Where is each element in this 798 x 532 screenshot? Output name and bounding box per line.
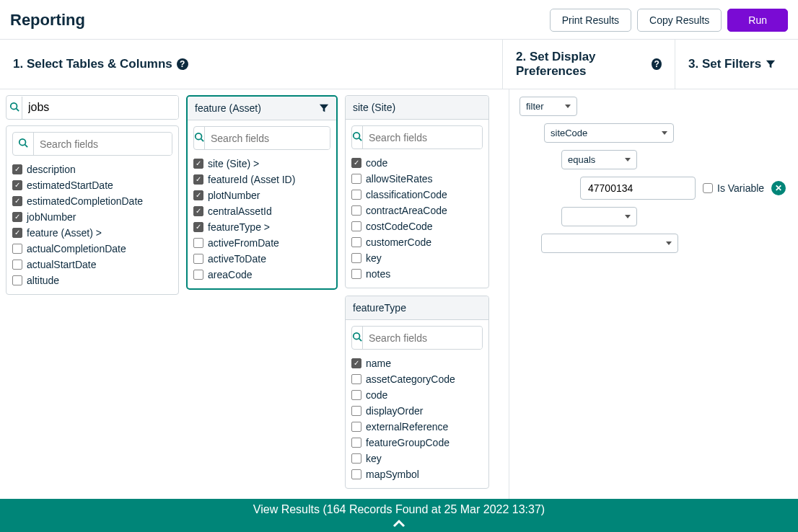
- field-row[interactable]: key: [351, 250, 483, 266]
- checkbox[interactable]: [351, 406, 361, 416]
- checkbox[interactable]: [351, 469, 361, 479]
- checkbox[interactable]: [351, 237, 361, 247]
- filter-empty-select-2[interactable]: [541, 234, 678, 253]
- checkbox[interactable]: [193, 254, 203, 264]
- checkbox[interactable]: [193, 238, 203, 248]
- chevron-up-icon[interactable]: [0, 518, 798, 531]
- field-row[interactable]: featureId (Asset ID): [193, 172, 330, 187]
- checkbox[interactable]: [351, 374, 361, 384]
- field-label: mapSymbol: [366, 469, 419, 480]
- checkbox[interactable]: [12, 164, 22, 174]
- svg-point-8: [354, 333, 360, 340]
- print-results-button[interactable]: Print Results: [550, 9, 631, 32]
- filter-field-select[interactable]: siteCode: [544, 123, 674, 143]
- run-button[interactable]: Run: [727, 9, 788, 32]
- step-set-filters[interactable]: 3. Set Filters: [675, 40, 798, 89]
- field-row[interactable]: contractAreaCode: [351, 203, 483, 218]
- checkbox[interactable]: [193, 190, 203, 200]
- jobs-search-input[interactable]: [22, 96, 178, 119]
- remove-filter-button[interactable]: ✕: [771, 181, 786, 195]
- fields-search-input[interactable]: [34, 133, 172, 155]
- field-row[interactable]: estimatedStartDate: [12, 177, 172, 193]
- field-row[interactable]: allowSiteRates: [351, 171, 483, 187]
- field-row[interactable]: centralAssetId: [193, 203, 330, 219]
- field-row[interactable]: description: [12, 161, 172, 177]
- field-row[interactable]: site (Site) >: [193, 156, 330, 172]
- checkbox[interactable]: [193, 270, 203, 280]
- field-row[interactable]: feature (Asset) >: [12, 225, 172, 241]
- field-row[interactable]: actualStartDate: [12, 257, 172, 272]
- help-icon[interactable]: ?: [177, 58, 188, 70]
- checkbox[interactable]: [193, 174, 203, 185]
- field-row[interactable]: featureGroupCode: [351, 435, 483, 451]
- field-row[interactable]: activeFromDate: [193, 235, 330, 251]
- field-row[interactable]: code: [351, 387, 483, 403]
- step-select-tables[interactable]: 1. Select Tables & Columns ?: [0, 40, 502, 89]
- step-display-prefs[interactable]: 2. Set Display Preferences ?: [502, 40, 675, 89]
- field-row[interactable]: displayOrder: [351, 403, 483, 419]
- checkbox[interactable]: [351, 221, 361, 231]
- checkbox[interactable]: [351, 158, 361, 168]
- checkbox[interactable]: [351, 190, 361, 200]
- field-row[interactable]: activeToDate: [193, 251, 330, 267]
- fields-search-input[interactable]: [363, 127, 483, 148]
- svg-line-9: [359, 339, 362, 342]
- filter-type-select[interactable]: filter: [519, 97, 577, 116]
- checkbox[interactable]: [193, 206, 203, 216]
- field-label: name: [366, 358, 391, 369]
- checkbox[interactable]: [12, 275, 22, 285]
- checkbox[interactable]: [12, 244, 22, 254]
- checkbox[interactable]: [12, 180, 22, 190]
- field-row[interactable]: altitude: [12, 272, 172, 288]
- field-label: plotNumber: [208, 190, 260, 201]
- help-icon[interactable]: ?: [652, 58, 662, 70]
- checkbox[interactable]: [351, 358, 361, 368]
- checkbox[interactable]: [351, 253, 361, 263]
- checkbox[interactable]: [351, 422, 361, 432]
- checkbox[interactable]: [351, 438, 361, 448]
- field-row[interactable]: customerCode: [351, 234, 483, 250]
- checkbox[interactable]: [351, 269, 361, 279]
- field-row[interactable]: jobNumber: [12, 209, 172, 225]
- field-row[interactable]: key: [351, 451, 483, 466]
- checkbox[interactable]: [351, 453, 361, 464]
- field-label: site (Site) >: [208, 158, 259, 169]
- checkbox[interactable]: [351, 390, 361, 400]
- field-row[interactable]: name: [351, 355, 483, 371]
- copy-results-button[interactable]: Copy Results: [637, 9, 722, 32]
- field-label: externalReference: [366, 421, 448, 433]
- field-row[interactable]: classificationCode: [351, 187, 483, 203]
- checkbox[interactable]: [12, 212, 22, 222]
- checkbox[interactable]: [12, 228, 22, 238]
- field-row[interactable]: costCodeCode: [351, 218, 483, 234]
- field-row[interactable]: plotNumber: [193, 187, 330, 203]
- search-icon: [352, 126, 363, 148]
- checkbox[interactable]: [193, 159, 203, 169]
- field-row[interactable]: estimatedCompletionDate: [12, 193, 172, 209]
- checkbox[interactable]: [351, 174, 361, 184]
- fields-search-input[interactable]: [205, 128, 330, 149]
- field-label: estimatedCompletionDate: [27, 195, 143, 207]
- checkbox[interactable]: [193, 222, 203, 232]
- filter-operator-select[interactable]: equals: [561, 150, 637, 169]
- results-footer[interactable]: View Results (164 Records Found at 25 Ma…: [0, 499, 798, 532]
- field-row[interactable]: actualCompletionDate: [12, 241, 172, 257]
- field-label: customerCode: [366, 236, 431, 248]
- is-variable-checkbox[interactable]: Is Variable: [703, 182, 764, 194]
- fields-search-input[interactable]: [363, 327, 483, 349]
- field-row[interactable]: areaCode: [193, 267, 330, 283]
- field-row[interactable]: notes: [351, 266, 483, 282]
- filter-icon[interactable]: [319, 103, 329, 113]
- field-row[interactable]: assetCategoryCode: [351, 371, 483, 387]
- field-row[interactable]: mapSymbol: [351, 466, 483, 482]
- field-row[interactable]: code: [351, 155, 483, 171]
- filter-empty-select-1[interactable]: [561, 207, 637, 226]
- field-label: featureId (Asset ID): [208, 174, 295, 185]
- field-row[interactable]: externalReference: [351, 419, 483, 435]
- filter-value-input[interactable]: [580, 177, 696, 200]
- field-row[interactable]: featureType >: [193, 219, 330, 235]
- checkbox[interactable]: [12, 260, 22, 270]
- step3-label: 3. Set Filters: [688, 57, 761, 71]
- checkbox[interactable]: [351, 205, 361, 216]
- checkbox[interactable]: [12, 196, 22, 206]
